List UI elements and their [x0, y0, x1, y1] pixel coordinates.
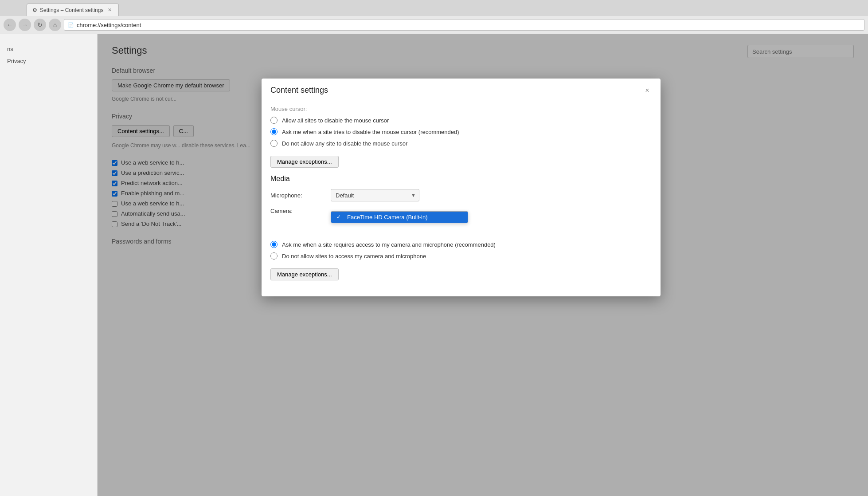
mouse-cursor-option-2: Ask me when a site tries to disable the … [270, 128, 652, 135]
mouse-cursor-label-1: Allow all sites to disable the mouse cur… [282, 117, 389, 124]
tab-icon: ⚙ [32, 7, 37, 13]
camera-option-label: FaceTime HD Camera (Built-in) [347, 214, 428, 220]
camera-dropdown-open[interactable]: ✓ FaceTime HD Camera (Built-in) [331, 211, 468, 223]
manage-exceptions-button-2[interactable]: Manage exceptions... [270, 268, 339, 280]
camera-access-option-1: Ask me when a site requires access to my… [270, 241, 652, 248]
mouse-cursor-radio-3[interactable] [270, 140, 278, 147]
sidebar-item-ns[interactable]: ns [0, 43, 97, 55]
dialog-header: Content settings × [262, 79, 661, 100]
sidebar-item-privacy[interactable]: Privacy [0, 55, 97, 67]
checkmark-icon: ✓ [336, 214, 344, 220]
mouse-cursor-option-3: Do not allow any site to disable the mou… [270, 140, 652, 147]
mouse-cursor-option-1: Allow all sites to disable the mouse cur… [270, 117, 652, 124]
back-button[interactable]: ← [4, 19, 16, 31]
reload-button[interactable]: ↻ [34, 19, 46, 31]
microphone-select[interactable]: Default [331, 189, 419, 201]
mouse-cursor-label-2: Ask me when a site tries to disable the … [282, 129, 459, 135]
camera-row: Camera: ✓ FaceTime HD Camera (Built-in) [270, 208, 652, 214]
settings-page: ns Privacy Settings Default browser Make… [0, 34, 868, 496]
mouse-cursor-label: Mouse cursor: [270, 106, 652, 112]
dialog-body: Mouse cursor: Allow all sites to disable… [262, 100, 661, 296]
dialog-close-button[interactable]: × [643, 86, 652, 95]
address-text: chrome://settings/content [77, 22, 141, 28]
address-bar[interactable]: 📄 chrome://settings/content [64, 19, 864, 31]
mouse-cursor-label-3: Do not allow any site to disable the mou… [282, 140, 407, 147]
camera-access-option-2: Do not allow sites to access my camera a… [270, 252, 652, 260]
forward-button[interactable]: → [19, 19, 31, 31]
navigation-bar: ← → ↻ ⌂ 📄 chrome://settings/content [0, 16, 868, 34]
settings-content: Settings Default browser Make Google Chr… [98, 34, 868, 496]
microphone-dropdown[interactable]: Default ▼ [331, 189, 419, 201]
home-button[interactable]: ⌂ [49, 19, 61, 31]
camera-radio-1[interactable] [270, 241, 278, 248]
tab-title: Settings – Content settings [40, 7, 103, 13]
tab-bar: ⚙ Settings – Content settings ✕ [0, 0, 868, 16]
camera-label: Camera: [270, 208, 324, 214]
camera-option-facetime[interactable]: ✓ FaceTime HD Camera (Built-in) [331, 212, 468, 223]
page-icon: 📄 [68, 22, 74, 28]
camera-radio-2[interactable] [270, 252, 278, 260]
browser-chrome: ⚙ Settings – Content settings ✕ ← → ↻ ⌂ … [0, 0, 868, 34]
tab-close-button[interactable]: ✕ [106, 7, 113, 14]
dialog-title: Content settings [270, 86, 328, 95]
active-tab[interactable]: ⚙ Settings – Content settings ✕ [27, 4, 119, 16]
content-settings-dialog: Content settings × Mouse cursor: Allow a… [262, 79, 661, 296]
mouse-cursor-radio-2[interactable] [270, 128, 278, 135]
manage-exceptions-button-1[interactable]: Manage exceptions... [270, 156, 339, 168]
microphone-label: Microphone: [270, 192, 324, 199]
mouse-cursor-radio-1[interactable] [270, 117, 278, 124]
camera-radio-label-1: Ask me when a site requires access to my… [282, 241, 496, 248]
microphone-row: Microphone: Default ▼ [270, 189, 652, 201]
camera-radio-label-2: Do not allow sites to access my camera a… [282, 253, 426, 260]
sidebar: ns Privacy [0, 34, 98, 496]
media-section-title: Media [270, 175, 652, 183]
